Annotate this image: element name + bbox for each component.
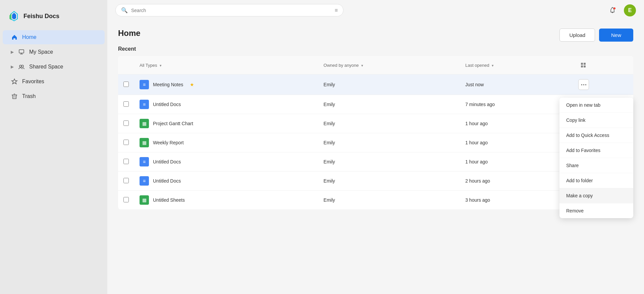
file-time: 1 hour ago: [460, 152, 573, 172]
user-avatar[interactable]: E: [624, 4, 636, 16]
file-time: 1 hour ago: [460, 114, 573, 133]
context-menu-item-open-new-tab[interactable]: Open in new tab: [559, 98, 633, 113]
context-menu-item-add-quick-access[interactable]: Add to Quick Access: [559, 128, 633, 143]
owner-column-header[interactable]: Owned by anyone ▾: [318, 56, 460, 75]
context-menu-item-copy-link[interactable]: Copy link: [559, 113, 633, 128]
notification-button[interactable]: [606, 4, 619, 16]
file-name-cell[interactable]: ≡ Untitled Docs: [134, 152, 318, 172]
sidebar-item-favorites-label: Favorites: [22, 79, 44, 85]
sheet-icon: ▦: [140, 119, 149, 128]
context-menu-item-add-favorites[interactable]: Add to Favorites: [559, 143, 633, 158]
filter-icon[interactable]: ≡: [335, 7, 338, 13]
svg-rect-9: [581, 65, 583, 67]
file-time: 3 hours ago: [460, 191, 573, 210]
file-owner: Emily: [318, 75, 460, 95]
row-checkbox-cell[interactable]: [118, 114, 134, 133]
sidebar-item-home[interactable]: Home: [3, 30, 105, 44]
row-checkbox-cell[interactable]: [118, 152, 134, 172]
page-title: Home: [118, 29, 633, 38]
table-row[interactable]: ▦ Untitled Sheets Emily 3 hours ago: [118, 191, 633, 210]
file-time: 1 hour ago: [460, 133, 573, 152]
time-column-header[interactable]: Last opened ▾: [460, 56, 573, 75]
file-name: Project Gantt Chart: [153, 121, 193, 126]
context-menu-item-make-copy[interactable]: Make a copy: [559, 188, 633, 203]
file-name-cell[interactable]: ≡ Meeting Notes ★: [134, 75, 318, 95]
search-input[interactable]: [131, 8, 331, 13]
file-name-cell[interactable]: ≡ Untitled Docs: [134, 172, 318, 191]
view-toggle-header[interactable]: [573, 56, 633, 75]
row-checkbox[interactable]: [123, 82, 129, 87]
row-checkbox[interactable]: [123, 159, 129, 164]
sidebar-item-favorites[interactable]: Favorites: [3, 75, 105, 89]
file-actions: ⋯: [573, 75, 633, 95]
sidebar: Feishu Docs Home ▶ My Space: [0, 0, 107, 294]
new-button[interactable]: New: [599, 29, 633, 42]
table-row[interactable]: ▦ Project Gantt Chart Emily 1 hour ago: [118, 114, 633, 133]
sidebar-item-shared-space[interactable]: ▶ Shared Space: [3, 60, 105, 74]
trash-icon: [11, 93, 18, 100]
file-name: Meeting Notes: [153, 82, 183, 87]
svg-point-4: [19, 65, 21, 67]
svg-marker-2: [9, 13, 11, 20]
row-checkbox[interactable]: [123, 120, 129, 126]
table-row[interactable]: ≡ Untitled Docs Emily 2 hours ago: [118, 172, 633, 191]
owned-by-arrow: ▾: [361, 63, 363, 67]
file-name-cell[interactable]: ▦ Weekly Report: [134, 133, 318, 152]
file-table-body: ≡ Meeting Notes ★ Emily Just now ⋯ ≡ Unt…: [118, 75, 633, 210]
sidebar-item-trash[interactable]: Trash: [3, 89, 105, 103]
sidebar-item-my-space[interactable]: ▶ My Space: [3, 45, 105, 59]
app-name: Feishu Docs: [23, 13, 59, 20]
file-name: Untitled Sheets: [153, 197, 185, 203]
row-checkbox[interactable]: [123, 140, 129, 145]
row-checkbox-cell[interactable]: [118, 172, 134, 191]
my-space-icon: [18, 48, 25, 56]
more-options-button[interactable]: ⋯: [578, 79, 589, 90]
file-name-cell[interactable]: ▦ Project Gantt Chart: [134, 114, 318, 133]
grid-view-icon[interactable]: [578, 60, 588, 70]
sidebar-item-home-label: Home: [22, 34, 37, 40]
file-name: Untitled Docs: [153, 102, 181, 107]
row-checkbox[interactable]: [123, 101, 129, 107]
row-checkbox-cell[interactable]: [118, 133, 134, 152]
svg-rect-10: [584, 65, 586, 67]
last-opened-arrow: ▾: [492, 63, 494, 67]
file-name: Untitled Docs: [153, 159, 181, 164]
file-owner: Emily: [318, 152, 460, 172]
svg-rect-7: [581, 63, 583, 65]
svg-point-5: [21, 65, 23, 67]
upload-button[interactable]: Upload: [559, 29, 595, 42]
all-types-arrow: ▾: [160, 63, 162, 67]
table-row[interactable]: ≡ Untitled Docs Emily 1 hour ago: [118, 152, 633, 172]
row-checkbox-cell[interactable]: [118, 75, 134, 95]
doc-icon: ≡: [140, 100, 149, 109]
sidebar-item-shared-space-label: Shared Space: [29, 64, 63, 70]
table-row[interactable]: ≡ Untitled Docs Emily 7 minutes ago: [118, 95, 633, 114]
sidebar-item-trash-label: Trash: [22, 93, 36, 99]
svg-rect-8: [584, 63, 586, 65]
context-menu-item-add-folder[interactable]: Add to folder: [559, 173, 633, 188]
star-filled-icon: ★: [190, 82, 194, 87]
file-name-cell[interactable]: ≡ Untitled Docs: [134, 95, 318, 114]
row-checkbox[interactable]: [123, 197, 129, 202]
context-menu-item-remove[interactable]: Remove: [559, 203, 633, 218]
file-owner: Emily: [318, 133, 460, 152]
sidebar-nav: Home ▶ My Space ▶: [0, 30, 107, 103]
context-menu-item-share[interactable]: Share: [559, 158, 633, 173]
row-checkbox-cell[interactable]: [118, 95, 134, 114]
file-owner: Emily: [318, 95, 460, 114]
table-row[interactable]: ▦ Weekly Report Emily 1 hour ago: [118, 133, 633, 152]
row-checkbox[interactable]: [123, 178, 129, 183]
select-all-header: [118, 56, 134, 75]
app-logo[interactable]: Feishu Docs: [0, 7, 107, 30]
file-owner: Emily: [318, 191, 460, 210]
sheet-icon: ▦: [140, 138, 149, 147]
table-row[interactable]: ≡ Meeting Notes ★ Emily Just now ⋯: [118, 75, 633, 95]
svg-marker-1: [12, 13, 16, 19]
file-table: All Types ▾ Owned by anyone ▾ Last opene…: [118, 56, 633, 209]
shared-space-icon: [18, 63, 25, 70]
file-name-cell[interactable]: ▦ Untitled Sheets: [134, 191, 318, 210]
name-column-header[interactable]: All Types ▾: [134, 56, 318, 75]
search-bar[interactable]: 🔍 ≡: [115, 4, 343, 16]
file-owner: Emily: [318, 172, 460, 191]
row-checkbox-cell[interactable]: [118, 191, 134, 210]
